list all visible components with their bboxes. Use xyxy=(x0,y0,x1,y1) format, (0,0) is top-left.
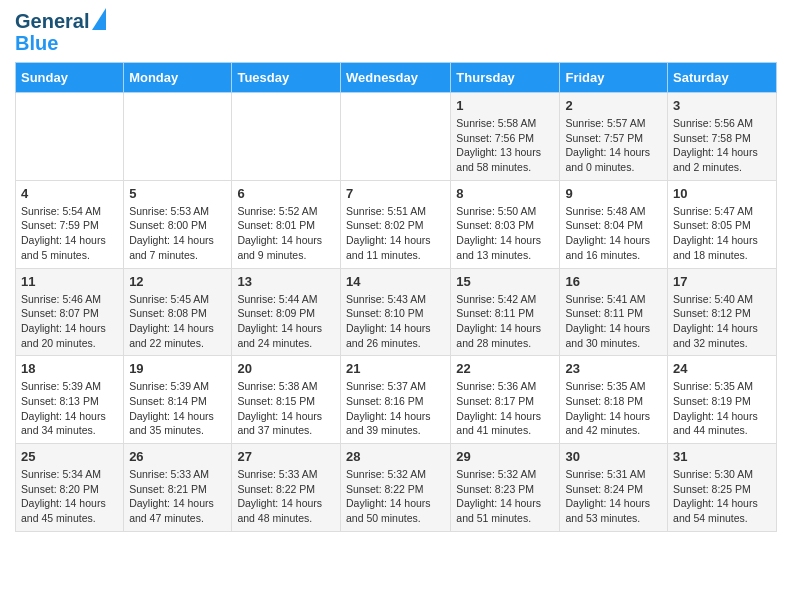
calendar-week-row: 4Sunrise: 5:54 AM Sunset: 7:59 PM Daylig… xyxy=(16,180,777,268)
day-info: Sunrise: 5:34 AM Sunset: 8:20 PM Dayligh… xyxy=(21,467,118,526)
day-number: 13 xyxy=(237,274,335,289)
day-info: Sunrise: 5:44 AM Sunset: 8:09 PM Dayligh… xyxy=(237,292,335,351)
day-info: Sunrise: 5:37 AM Sunset: 8:16 PM Dayligh… xyxy=(346,379,445,438)
day-number: 9 xyxy=(565,186,662,201)
calendar-week-row: 11Sunrise: 5:46 AM Sunset: 8:07 PM Dayli… xyxy=(16,268,777,356)
logo-blue-text: Blue xyxy=(15,32,106,54)
day-info: Sunrise: 5:35 AM Sunset: 8:18 PM Dayligh… xyxy=(565,379,662,438)
day-info: Sunrise: 5:52 AM Sunset: 8:01 PM Dayligh… xyxy=(237,204,335,263)
day-info: Sunrise: 5:56 AM Sunset: 7:58 PM Dayligh… xyxy=(673,116,771,175)
calendar-cell: 15Sunrise: 5:42 AM Sunset: 8:11 PM Dayli… xyxy=(451,268,560,356)
day-number: 16 xyxy=(565,274,662,289)
calendar-cell: 23Sunrise: 5:35 AM Sunset: 8:18 PM Dayli… xyxy=(560,356,668,444)
day-number: 29 xyxy=(456,449,554,464)
calendar-cell: 18Sunrise: 5:39 AM Sunset: 8:13 PM Dayli… xyxy=(16,356,124,444)
day-number: 17 xyxy=(673,274,771,289)
calendar-week-row: 1Sunrise: 5:58 AM Sunset: 7:56 PM Daylig… xyxy=(16,93,777,181)
day-number: 6 xyxy=(237,186,335,201)
day-number: 2 xyxy=(565,98,662,113)
calendar-cell: 31Sunrise: 5:30 AM Sunset: 8:25 PM Dayli… xyxy=(668,444,777,532)
day-info: Sunrise: 5:31 AM Sunset: 8:24 PM Dayligh… xyxy=(565,467,662,526)
calendar-cell: 17Sunrise: 5:40 AM Sunset: 8:12 PM Dayli… xyxy=(668,268,777,356)
calendar-cell: 4Sunrise: 5:54 AM Sunset: 7:59 PM Daylig… xyxy=(16,180,124,268)
calendar-cell: 22Sunrise: 5:36 AM Sunset: 8:17 PM Dayli… xyxy=(451,356,560,444)
weekday-header-row: SundayMondayTuesdayWednesdayThursdayFrid… xyxy=(16,63,777,93)
day-number: 21 xyxy=(346,361,445,376)
day-number: 5 xyxy=(129,186,226,201)
day-info: Sunrise: 5:48 AM Sunset: 8:04 PM Dayligh… xyxy=(565,204,662,263)
day-number: 31 xyxy=(673,449,771,464)
weekday-header: Wednesday xyxy=(340,63,450,93)
day-info: Sunrise: 5:32 AM Sunset: 8:23 PM Dayligh… xyxy=(456,467,554,526)
day-number: 27 xyxy=(237,449,335,464)
day-number: 20 xyxy=(237,361,335,376)
day-number: 18 xyxy=(21,361,118,376)
calendar-cell: 11Sunrise: 5:46 AM Sunset: 8:07 PM Dayli… xyxy=(16,268,124,356)
day-info: Sunrise: 5:41 AM Sunset: 8:11 PM Dayligh… xyxy=(565,292,662,351)
day-number: 15 xyxy=(456,274,554,289)
weekday-header: Friday xyxy=(560,63,668,93)
day-info: Sunrise: 5:39 AM Sunset: 8:14 PM Dayligh… xyxy=(129,379,226,438)
day-info: Sunrise: 5:33 AM Sunset: 8:22 PM Dayligh… xyxy=(237,467,335,526)
day-info: Sunrise: 5:35 AM Sunset: 8:19 PM Dayligh… xyxy=(673,379,771,438)
weekday-header: Tuesday xyxy=(232,63,341,93)
day-info: Sunrise: 5:57 AM Sunset: 7:57 PM Dayligh… xyxy=(565,116,662,175)
calendar-cell: 14Sunrise: 5:43 AM Sunset: 8:10 PM Dayli… xyxy=(340,268,450,356)
calendar-cell xyxy=(124,93,232,181)
logo-text-block: General Blue xyxy=(15,10,106,54)
calendar-table: SundayMondayTuesdayWednesdayThursdayFrid… xyxy=(15,62,777,532)
calendar-cell: 7Sunrise: 5:51 AM Sunset: 8:02 PM Daylig… xyxy=(340,180,450,268)
day-number: 3 xyxy=(673,98,771,113)
calendar-cell: 21Sunrise: 5:37 AM Sunset: 8:16 PM Dayli… xyxy=(340,356,450,444)
calendar-cell: 25Sunrise: 5:34 AM Sunset: 8:20 PM Dayli… xyxy=(16,444,124,532)
day-info: Sunrise: 5:50 AM Sunset: 8:03 PM Dayligh… xyxy=(456,204,554,263)
logo-triangle-icon xyxy=(92,8,106,30)
day-number: 30 xyxy=(565,449,662,464)
day-number: 10 xyxy=(673,186,771,201)
calendar-cell: 16Sunrise: 5:41 AM Sunset: 8:11 PM Dayli… xyxy=(560,268,668,356)
day-number: 26 xyxy=(129,449,226,464)
day-info: Sunrise: 5:53 AM Sunset: 8:00 PM Dayligh… xyxy=(129,204,226,263)
day-info: Sunrise: 5:39 AM Sunset: 8:13 PM Dayligh… xyxy=(21,379,118,438)
logo: General Blue xyxy=(15,10,106,54)
day-number: 25 xyxy=(21,449,118,464)
calendar-cell: 20Sunrise: 5:38 AM Sunset: 8:15 PM Dayli… xyxy=(232,356,341,444)
weekday-header: Saturday xyxy=(668,63,777,93)
calendar-cell: 13Sunrise: 5:44 AM Sunset: 8:09 PM Dayli… xyxy=(232,268,341,356)
calendar-cell: 12Sunrise: 5:45 AM Sunset: 8:08 PM Dayli… xyxy=(124,268,232,356)
calendar-cell: 28Sunrise: 5:32 AM Sunset: 8:22 PM Dayli… xyxy=(340,444,450,532)
calendar-week-row: 18Sunrise: 5:39 AM Sunset: 8:13 PM Dayli… xyxy=(16,356,777,444)
calendar-cell: 30Sunrise: 5:31 AM Sunset: 8:24 PM Dayli… xyxy=(560,444,668,532)
day-info: Sunrise: 5:38 AM Sunset: 8:15 PM Dayligh… xyxy=(237,379,335,438)
calendar-cell: 5Sunrise: 5:53 AM Sunset: 8:00 PM Daylig… xyxy=(124,180,232,268)
day-info: Sunrise: 5:45 AM Sunset: 8:08 PM Dayligh… xyxy=(129,292,226,351)
page: General Blue SundayMondayTuesdayWednesda… xyxy=(0,0,792,548)
day-info: Sunrise: 5:40 AM Sunset: 8:12 PM Dayligh… xyxy=(673,292,771,351)
header: General Blue xyxy=(15,10,777,54)
day-info: Sunrise: 5:47 AM Sunset: 8:05 PM Dayligh… xyxy=(673,204,771,263)
calendar-cell: 3Sunrise: 5:56 AM Sunset: 7:58 PM Daylig… xyxy=(668,93,777,181)
weekday-header: Thursday xyxy=(451,63,560,93)
day-info: Sunrise: 5:32 AM Sunset: 8:22 PM Dayligh… xyxy=(346,467,445,526)
day-number: 12 xyxy=(129,274,226,289)
day-info: Sunrise: 5:30 AM Sunset: 8:25 PM Dayligh… xyxy=(673,467,771,526)
day-info: Sunrise: 5:51 AM Sunset: 8:02 PM Dayligh… xyxy=(346,204,445,263)
day-number: 1 xyxy=(456,98,554,113)
calendar-week-row: 25Sunrise: 5:34 AM Sunset: 8:20 PM Dayli… xyxy=(16,444,777,532)
day-number: 24 xyxy=(673,361,771,376)
calendar-cell: 2Sunrise: 5:57 AM Sunset: 7:57 PM Daylig… xyxy=(560,93,668,181)
logo-text: General xyxy=(15,10,89,32)
day-info: Sunrise: 5:33 AM Sunset: 8:21 PM Dayligh… xyxy=(129,467,226,526)
calendar-cell xyxy=(340,93,450,181)
calendar-cell: 24Sunrise: 5:35 AM Sunset: 8:19 PM Dayli… xyxy=(668,356,777,444)
day-number: 14 xyxy=(346,274,445,289)
day-number: 7 xyxy=(346,186,445,201)
day-number: 19 xyxy=(129,361,226,376)
day-info: Sunrise: 5:43 AM Sunset: 8:10 PM Dayligh… xyxy=(346,292,445,351)
day-info: Sunrise: 5:54 AM Sunset: 7:59 PM Dayligh… xyxy=(21,204,118,263)
day-number: 22 xyxy=(456,361,554,376)
day-number: 8 xyxy=(456,186,554,201)
calendar-cell: 9Sunrise: 5:48 AM Sunset: 8:04 PM Daylig… xyxy=(560,180,668,268)
calendar-cell: 8Sunrise: 5:50 AM Sunset: 8:03 PM Daylig… xyxy=(451,180,560,268)
day-info: Sunrise: 5:42 AM Sunset: 8:11 PM Dayligh… xyxy=(456,292,554,351)
